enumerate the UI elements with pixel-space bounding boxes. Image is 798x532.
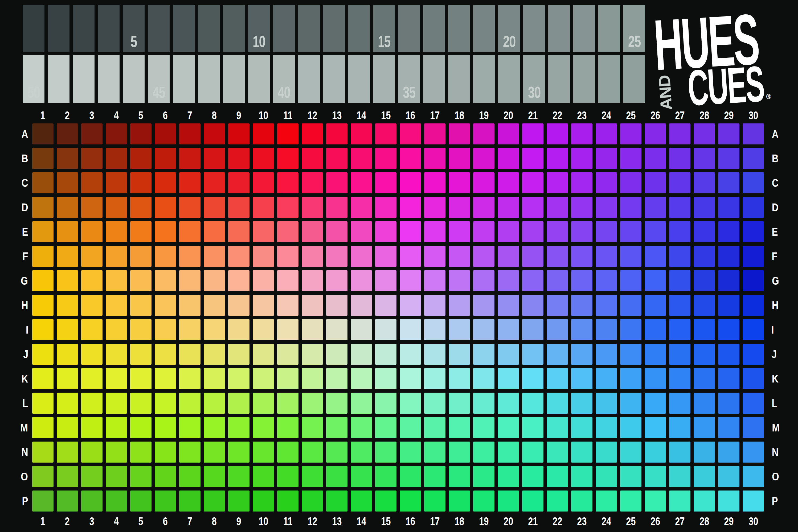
cell-H24[interactable] [596, 295, 617, 316]
cell-A4[interactable] [106, 124, 127, 145]
cell-O28[interactable] [694, 466, 715, 487]
track-segment-16[interactable] [398, 5, 420, 52]
cell-H5[interactable] [130, 295, 151, 316]
cell-K11[interactable] [277, 368, 298, 389]
track-segment-18[interactable] [448, 5, 470, 52]
track-segment-19[interactable] [473, 5, 495, 52]
cell-B4[interactable] [106, 148, 127, 169]
cell-C8[interactable] [204, 172, 225, 193]
cell-H2[interactable] [57, 295, 78, 316]
cell-E3[interactable] [81, 221, 103, 242]
cell-J11[interactable] [277, 344, 298, 365]
track-segment-22[interactable] [548, 5, 570, 52]
cell-L28[interactable] [694, 393, 715, 414]
cell-J30[interactable] [743, 344, 764, 365]
cell-D2[interactable] [57, 197, 78, 218]
cell-A9[interactable] [228, 124, 250, 145]
cell-N13[interactable] [326, 441, 347, 462]
cell-A1[interactable] [32, 124, 54, 145]
cell-N8[interactable] [204, 441, 225, 462]
cell-C12[interactable] [302, 172, 323, 193]
cell-I5[interactable] [130, 319, 151, 340]
cell-H25[interactable] [620, 295, 641, 316]
cell-B8[interactable] [204, 148, 225, 169]
cell-B10[interactable] [253, 148, 274, 169]
cell-G9[interactable] [228, 270, 250, 291]
cell-H30[interactable] [743, 295, 764, 316]
cell-N26[interactable] [645, 441, 666, 462]
cell-O12[interactable] [302, 466, 323, 487]
cell-C5[interactable] [130, 172, 151, 193]
cell-K4[interactable] [106, 368, 127, 389]
cell-P27[interactable] [669, 491, 690, 512]
cell-L8[interactable] [204, 393, 225, 414]
cell-A16[interactable] [400, 124, 421, 145]
cell-N6[interactable] [155, 441, 176, 462]
cell-H11[interactable] [277, 295, 298, 316]
cell-B7[interactable] [179, 148, 200, 169]
cell-D19[interactable] [473, 197, 494, 218]
cell-M16[interactable] [400, 417, 421, 438]
track-segment-38[interactable] [323, 55, 345, 103]
cell-G7[interactable] [179, 270, 200, 291]
cell-K8[interactable] [204, 368, 225, 389]
cell-P30[interactable] [743, 491, 764, 512]
cell-P22[interactable] [547, 491, 568, 512]
cell-P15[interactable] [375, 491, 397, 512]
cell-J9[interactable] [228, 344, 250, 365]
cell-K20[interactable] [498, 368, 519, 389]
track-segment-3[interactable] [73, 5, 94, 52]
cell-C24[interactable] [596, 172, 617, 193]
cell-G14[interactable] [351, 270, 372, 291]
cell-G11[interactable] [277, 270, 298, 291]
cell-F4[interactable] [106, 246, 127, 267]
cell-F24[interactable] [596, 246, 617, 267]
cell-H23[interactable] [571, 295, 593, 316]
cell-G17[interactable] [424, 270, 446, 291]
cell-P21[interactable] [522, 491, 543, 512]
track-segment-44[interactable] [173, 55, 195, 103]
cell-E18[interactable] [449, 221, 470, 242]
cell-F5[interactable] [130, 246, 151, 267]
cell-M13[interactable] [326, 417, 347, 438]
cell-G27[interactable] [669, 270, 690, 291]
cell-H6[interactable] [155, 295, 176, 316]
cell-F15[interactable] [375, 246, 397, 267]
cell-B14[interactable] [351, 148, 372, 169]
cell-O8[interactable] [204, 466, 225, 487]
track-segment-17[interactable] [423, 5, 445, 52]
cell-P1[interactable] [32, 491, 54, 512]
cell-A28[interactable] [694, 124, 715, 145]
cell-G4[interactable] [106, 270, 127, 291]
cell-P13[interactable] [326, 491, 347, 512]
cell-P28[interactable] [694, 491, 715, 512]
cell-P2[interactable] [57, 491, 78, 512]
cell-B26[interactable] [645, 148, 666, 169]
cell-G21[interactable] [522, 270, 543, 291]
cell-I10[interactable] [253, 319, 274, 340]
cell-H7[interactable] [179, 295, 200, 316]
cell-O17[interactable] [424, 466, 446, 487]
cell-P6[interactable] [155, 491, 176, 512]
cell-O4[interactable] [106, 466, 127, 487]
cell-C27[interactable] [669, 172, 690, 193]
cell-L10[interactable] [253, 393, 274, 414]
track-segment-34[interactable] [423, 55, 445, 103]
cell-J3[interactable] [81, 344, 103, 365]
cell-H17[interactable] [424, 295, 446, 316]
cell-O22[interactable] [547, 466, 568, 487]
cell-B24[interactable] [596, 148, 617, 169]
cell-B17[interactable] [424, 148, 446, 169]
cell-D28[interactable] [694, 197, 715, 218]
cell-N16[interactable] [400, 441, 421, 462]
cell-N15[interactable] [375, 441, 397, 462]
cell-E16[interactable] [400, 221, 421, 242]
cell-A23[interactable] [571, 124, 593, 145]
cell-P9[interactable] [228, 491, 250, 512]
cell-M4[interactable] [106, 417, 127, 438]
cell-K30[interactable] [743, 368, 764, 389]
cell-N4[interactable] [106, 441, 127, 462]
cell-M25[interactable] [620, 417, 641, 438]
cell-P16[interactable] [400, 491, 421, 512]
cell-C4[interactable] [106, 172, 127, 193]
